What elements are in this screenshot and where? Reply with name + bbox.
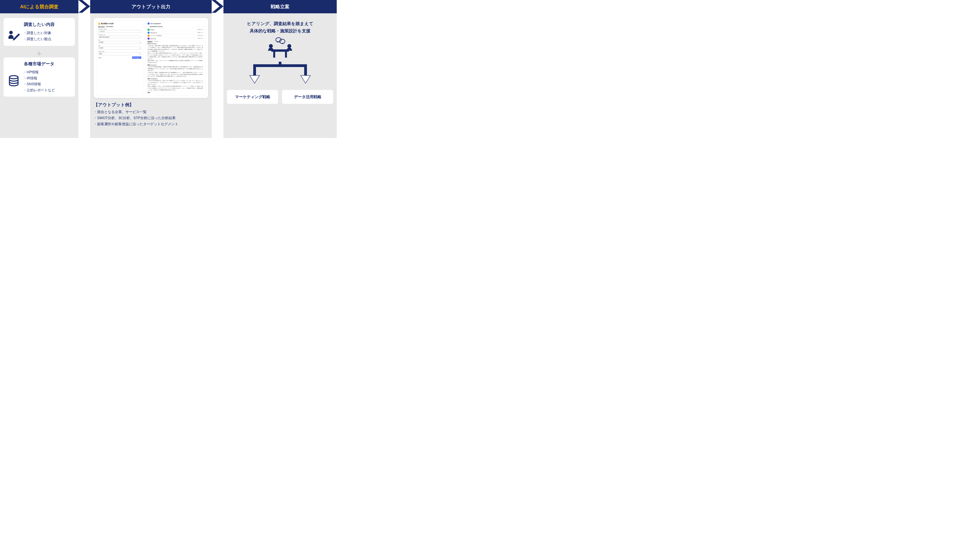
svg-point-1 <box>10 76 18 79</box>
output-type-select[interactable]: 直接▾ <box>98 52 141 55</box>
chevron-right-icon <box>78 0 90 13</box>
list-item: SNS情報 <box>23 81 55 87</box>
check-icon: ✔ <box>202 32 204 33</box>
check-icon: ✔ <box>202 38 204 39</box>
strategy-box-marketing: マーケティング戦略 <box>227 90 278 104</box>
meeting-icon <box>266 37 295 58</box>
stage-1-title: AIによる競合調査 <box>20 4 59 9</box>
field-label: company_url <box>98 34 141 35</box>
chevron-down-icon: ▾ <box>140 42 140 43</box>
stage-1-body: 調査したい内容 調査したい対象 調査したい観点 ＋ 各種市場データ <box>0 13 78 138</box>
stage-3-body: ヒアリング、調査結果を踏まえて 具体的な戦略・施策設計を支援 <box>223 13 337 138</box>
output-example-title: 【アウトプット例】 <box>94 102 208 108</box>
tab-run-batch[interactable]: Run Batch <box>106 26 113 27</box>
chevron-down-icon: ▾ <box>140 53 140 54</box>
svg-point-13 <box>287 44 291 48</box>
stage-2-title: アウトプット出力 <box>132 4 170 9</box>
list-item: 調査したい観点 <box>23 36 51 42</box>
stage-1-header: AIによる競合調査 <box>0 0 78 13</box>
stage-3-header: 戦略立案 <box>223 0 337 13</box>
chevron-down-icon: ▾ <box>140 48 140 49</box>
branch-arrows <box>227 62 333 85</box>
svg-marker-8 <box>212 0 223 13</box>
app-icon <box>98 23 100 25</box>
list-item: 調査したい対象 <box>23 30 51 36</box>
strategy-box-data: データ活用戦略 <box>282 90 333 104</box>
tab-run-once[interactable]: Run Once <box>98 26 105 27</box>
chevron-up-icon[interactable]: ˄ <box>203 26 204 27</box>
workflow-row: END 3 (2)1.629 ms ✔ <box>148 37 204 40</box>
stage-1: AIによる競合調査 調査したい内容 調査したい対象 調査したい観点 ＋ 各種市場… <box>0 0 78 138</box>
ai-icon <box>148 22 150 24</box>
stage-3: 戦略立案 ヒアリング、調査結果を踏まえて 具体的な戦略・施策設計を支援 <box>223 0 337 138</box>
panel-data-title: 各種市場データ <box>8 61 71 67</box>
tab-detail[interactable]: DETAIL <box>154 41 159 42</box>
svg-marker-16 <box>250 75 259 83</box>
panel-data-list: HP情報 IR情報 SNS情報 公的レポートなど <box>23 69 55 93</box>
svg-marker-17 <box>301 75 310 83</box>
process-diagram: AIによる競合調査 調査したい内容 調査したい対象 調査したい観点 ＋ 各種市場… <box>0 0 337 138</box>
field-label: item <box>98 40 141 41</box>
stage-3-title: 戦略立案 <box>270 4 290 9</box>
flow-arrow-2 <box>212 0 223 138</box>
field-label: type <box>98 45 141 46</box>
list-item: HP情報 <box>23 69 55 75</box>
svg-marker-2 <box>78 0 90 13</box>
panel-input: 調査したい内容 調査したい対象 調査したい観点 <box>3 18 75 46</box>
company-name-input[interactable]: ふるなび <box>98 30 141 33</box>
type-select[interactable]: 3C分析▾ <box>98 47 141 49</box>
mock-left-title: 競合調査のAI活用 <box>101 22 113 25</box>
list-item: 公的レポートなど <box>23 87 55 93</box>
svg-rect-9 <box>271 49 289 52</box>
check-icon: ✔ <box>202 29 204 30</box>
workflow-title: Workflow Process <box>150 25 163 27</box>
plus-icon: ＋ <box>3 48 75 59</box>
svg-point-12 <box>269 44 273 48</box>
workflow-row: START12.06 ms ✔ <box>148 28 204 31</box>
svg-point-3 <box>148 27 149 27</box>
mock-right-title: AI Completion <box>150 23 161 24</box>
edit-note-icon <box>8 30 20 42</box>
play-icon: ▶ <box>134 57 135 58</box>
tab-result[interactable]: RESULT <box>148 41 153 42</box>
mock-input-pane: 競合調査のAI活用 Run Once Run Batch company_nam… <box>96 21 143 95</box>
flow-arrow-1 <box>78 0 90 138</box>
panel-input-list: 調査したい対象 調査したい観点 <box>23 30 51 42</box>
gear-icon <box>148 26 149 27</box>
list-item: IR情報 <box>23 75 55 81</box>
stage-2-body: 競合調査のAI活用 Run Once Run Batch company_nam… <box>90 13 212 138</box>
execute-button[interactable]: ▶ Execute <box>132 56 142 59</box>
workflow-row: IF/ELSE (1)0.569 ms ✔ <box>148 31 204 34</box>
panel-input-title: 調査したい内容 <box>8 22 71 27</box>
svg-rect-10 <box>273 52 275 57</box>
field-label: company_name <box>98 29 141 30</box>
list-item: 競合となる企業、サービス一覧 <box>94 109 208 115</box>
strategy-description: ヒアリング、調査結果を踏まえて 具体的な戦略・施策設計を支援 <box>247 20 313 35</box>
company-url-input[interactable]: https://furunavi.jp/ <box>98 36 141 38</box>
output-example-list: 競合となる企業、サービス一覧 SWOT分析、3C分析、STP分析に沿った分析結果… <box>94 109 208 127</box>
clear-button[interactable]: Clear <box>98 57 101 58</box>
stage-2-header: アウトプット出力 <box>90 0 212 13</box>
chevron-right-icon <box>212 0 223 13</box>
workflow-rows: START12.06 ms ✔ IF/ELSE (1)0.569 ms ✔ キー… <box>148 28 204 40</box>
workflow-row: キーワード生成 (1)12.442 s ✔ <box>148 34 204 37</box>
item-select[interactable]: 3C分析▾ <box>98 41 141 44</box>
list-item: SWOT分析、3C分析、STP分析に沿った分析結果 <box>94 115 208 121</box>
app-screenshot: 競合調査のAI活用 Run Once Run Batch company_nam… <box>94 18 208 98</box>
database-icon <box>8 75 20 87</box>
list-item: 顧客属性や顧客便益に沿ったターゲットセグメント <box>94 121 208 127</box>
field-label: output_type <box>98 51 141 52</box>
svg-point-0 <box>9 31 13 34</box>
stage-2: アウトプット出力 競合調査のAI活用 Run Once Run Batch co… <box>90 0 212 138</box>
svg-rect-11 <box>285 52 287 57</box>
result-text: 自社 (Company): ふるなびは、地方自治体への寄付を通じて税金控除を受け… <box>148 43 204 94</box>
mock-result-pane: AI Completion Workflow Process ˄ START12… <box>145 21 206 95</box>
check-icon: ✔ <box>202 35 204 36</box>
panel-data: 各種市場データ HP情報 IR情報 SNS情報 公的レポートなど <box>3 57 75 97</box>
